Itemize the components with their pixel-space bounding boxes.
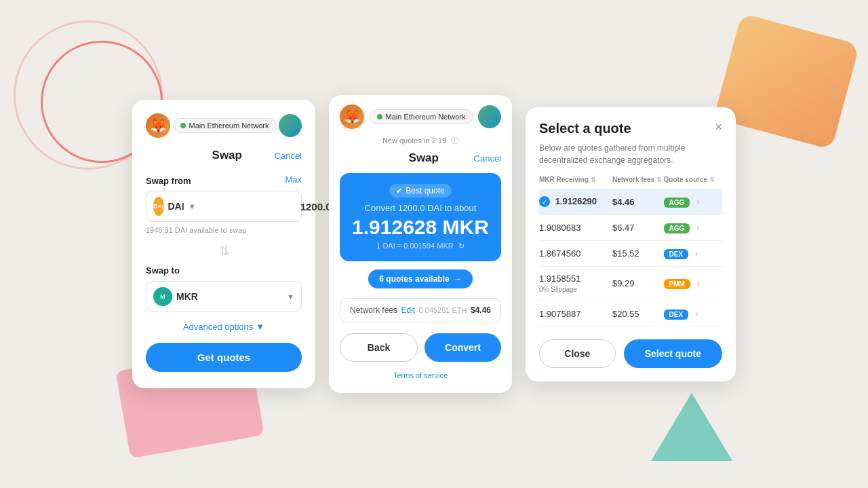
quote-fee: $4.46 [612,189,664,214]
network-badge-p1[interactable]: Main Ethereum Network [173,118,277,133]
panel3-actions: Close Select quote [539,339,722,368]
metamask-logo: 🦊 [146,113,170,138]
best-quote-badge: ✔ Best quote [389,184,451,198]
avatar-p1 [279,114,302,137]
quote-mkr: 1.8674560 [539,240,612,266]
quote-row[interactable]: ✓ 1.9126290 $4.46 AGG › [539,189,722,214]
close-action-button[interactable]: Close [539,339,616,368]
swap-from-panel: 🦊 Main Ethereum Network Swap Cancel Swap… [132,100,315,388]
panel2-title: Swap [374,151,474,165]
fees-label: Network fees [350,305,397,315]
quotes-available-button[interactable]: 6 quotes available → [368,269,472,288]
available-text: 1946.31 DAI available to swap [146,226,302,234]
fees-edit-link[interactable]: Edit [401,305,415,315]
panel3-subtitle: Below are quotes gathered from multiple … [539,142,722,166]
back-button[interactable]: Back [340,333,418,362]
network-dot-p2 [377,114,382,119]
quote-source[interactable]: PMM › [664,266,722,301]
quote-row[interactable]: 1.9075887 $20.55 DEX › [539,301,722,326]
avatar-p2 [478,105,501,128]
dai-chevron[interactable]: ▼ [189,202,196,210]
cancel-link-p2[interactable]: Cancel [474,153,501,164]
sort-icon-2[interactable]: ⇅ [656,176,662,183]
col-network-fees: Network fees ⇅ [612,176,664,189]
panel1-title-row: Swap Cancel [146,149,302,162]
mkr-amount: 1.912628 MKR [351,216,490,239]
network-fees-row: Network fees Edit 0.045251 ETH $4.46 [340,298,501,322]
select-quote-title: Select a quote [539,121,631,136]
panel2-header: 🦊 Main Ethereum Network [329,95,512,136]
get-quotes-button[interactable]: Get quotes [146,343,302,372]
panel1-header: 🦊 Main Ethereum Network [146,113,302,138]
mkr-icon-p1: M [153,287,172,306]
select-quote-button[interactable]: Select quote [624,339,722,368]
sort-icon-1[interactable]: ⇅ [591,176,596,183]
advanced-options[interactable]: Advanced options ▼ [146,322,302,332]
swap-rate-icon: ↻ [458,242,465,250]
quote-mkr: 1.9075887 [539,301,612,326]
timer-text: New quotes in 2:19 ⓘ [329,136,512,146]
convert-button[interactable]: Convert [425,333,501,362]
amount-input[interactable] [200,201,332,212]
quote-mkr: ✓ 1.9126290 [539,189,612,214]
quote-source[interactable]: AGG › [664,214,722,240]
quote-row[interactable]: 1.9080683 $6.47 AGG › [539,214,722,240]
cancel-link-p1[interactable]: Cancel [275,151,302,161]
bg-triangle-teal [651,393,732,461]
metamask-logo-p2: 🦊 [340,105,364,129]
quote-mkr: 1.9158551 0% Slippage [539,266,612,301]
quote-fee: $9.29 [612,266,664,301]
info-icon: ⓘ [451,136,458,145]
quote-fee: $20.55 [612,301,664,326]
swap-to-row[interactable]: M MKR ▼ [146,281,302,312]
rate-text: 1 DAI = 0.001594 MKR ↻ [351,242,490,250]
quote-source[interactable]: AGG › [664,189,722,214]
dai-icon: DAI [153,197,164,216]
mkr-token-name: MKR [176,291,198,302]
col-mkr-receiving: MKR Receiving ⇅ [539,176,612,189]
network-label-p1: Main Ethereum Network [189,121,269,130]
panel2-title-row: Swap Cancel [329,151,512,173]
tos-link[interactable]: Terms of service [329,371,512,379]
swap-arrows-icon[interactable]: ⇅ [146,244,302,259]
quote-source[interactable]: DEX › [664,301,722,326]
swap-to-label: Swap to [146,265,302,276]
panel2-actions: Back Convert [329,333,512,364]
network-badge-p2[interactable]: Main Ethereum Network [370,109,473,124]
max-link[interactable]: Max [285,174,302,185]
convert-text: Convert 1200.0 DAI to about [351,203,490,213]
fees-eth: 0.045251 ETH [419,306,467,314]
quote-source[interactable]: DEX › [664,240,722,266]
sort-icon-3[interactable]: ⇅ [709,176,715,183]
quote-fee: $6.47 [612,214,664,240]
quote-row[interactable]: 1.9158551 0% Slippage $9.29 PMM › [539,266,722,301]
panel1-title: Swap [180,149,275,162]
quote-row[interactable]: 1.8674560 $15.52 DEX › [539,240,722,266]
panel3-header: Select a quote × [539,121,722,136]
select-quote-panel: Select a quote × Below are quotes gather… [526,107,736,381]
mkr-chevron[interactable]: ▼ [287,293,294,301]
quotes-table: MKR Receiving ⇅ Network fees ⇅ Quote sou… [539,176,722,327]
close-x-button[interactable]: × [715,121,722,133]
network-label-p2: Main Ethereum Network [386,113,466,121]
quote-mkr: 1.9080683 [539,214,612,240]
quote-fee: $15.52 [612,240,664,266]
best-quote-panel: 🦊 Main Ethereum Network New quotes in 2:… [329,95,512,393]
col-quote-source: Quote source ⇅ [664,176,722,189]
best-quote-card: ✔ Best quote Convert 1200.0 DAI to about… [340,173,501,261]
dai-token-name: DAI [168,201,184,212]
fees-usd: $4.46 [471,305,491,315]
network-dot-p1 [180,123,186,128]
swap-from-row: DAI DAI ▼ ≈ $1,206.37 [146,191,302,222]
check-icon: ✔ [396,186,403,195]
chevron-down-icon: ▼ [256,322,264,332]
arrow-right-icon: → [454,274,462,284]
swap-from-label: Swap from [146,176,191,186]
